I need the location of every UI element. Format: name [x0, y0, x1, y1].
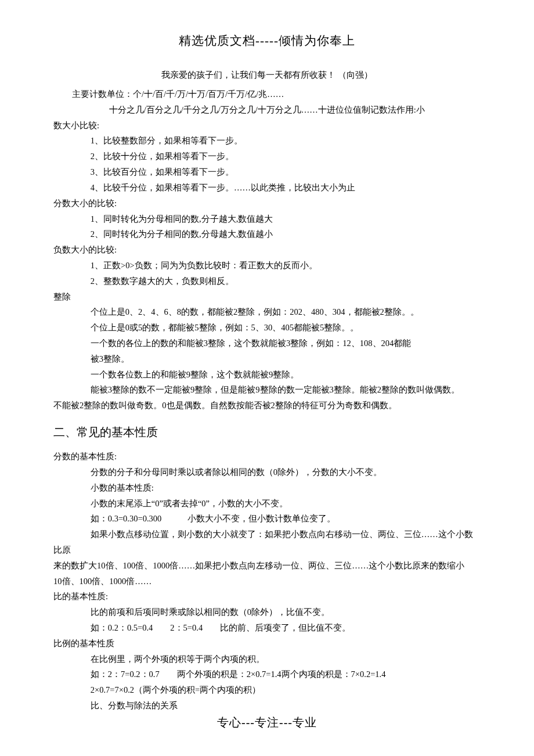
body-line: 2、比较十分位，如果相等看下一步。	[53, 149, 481, 164]
subtitle-text: 我亲爱的孩子们，让我们每一天都有所收获！	[161, 70, 335, 80]
body-line: 小数的末尾添上“0”或者去掉“0”，小数的大小不变。	[53, 496, 481, 512]
body-line: 数大小比较:	[53, 118, 481, 134]
document-footer: 专心---专注---专业	[0, 715, 534, 730]
body-line: 被3整除。	[53, 351, 481, 367]
body-line: 比的基本性质:	[53, 589, 481, 604]
body-line: 分数的分子和分母同时乘以或者除以相同的数（0除外），分数的大小不变。	[53, 465, 481, 480]
body-line: 1、正数>0>负数；同为为负数比较时：看正数大的反而小。	[53, 258, 481, 273]
body-line: 分数的基本性质:	[53, 449, 481, 465]
body-line: 不能被2整除的数叫做奇数。0也是偶数。自然数按能否被2整除的特征可分为奇数和偶数…	[53, 398, 481, 413]
body-line: 负数大小的比较:	[53, 242, 481, 258]
body-line: 2、同时转化为分子相同的数,分母越大,数值越小	[53, 226, 481, 242]
body-line: 在比例里，两个外项的积等于两个内项的积。	[53, 651, 481, 667]
body-line: 10倍、100倍、1000倍……	[53, 574, 481, 589]
document-header: 精选优质文档-----倾情为你奉上	[53, 33, 481, 49]
document-body: 主要计数单位：个/十/百/千/万/十万/百万/千万/亿/兆…… 十分之几/百分之…	[53, 87, 481, 714]
body-line: 如：0.3=0.30=0.300 小数大小不变，但小数计数单位变了。	[53, 511, 481, 527]
body-line: 能被3整除的数不一定能被9整除，但是能被9整除的数一定能被3整除。能被2整除的数…	[53, 382, 481, 398]
body-line: 十分之几/百分之几/千分之几/万分之几/十万分之几……十进位位值制记数法作用:小	[53, 102, 481, 118]
document-subtitle: 我亲爱的孩子们，让我们每一天都有所收获！ （向强）	[53, 70, 481, 81]
body-line: 整除	[53, 289, 481, 305]
body-line: 比的前项和后项同时乘或除以相同的数（0除外），比值不变。	[53, 604, 481, 620]
body-line: 4、比较千分位，如果相等看下一步。……以此类推，比较出大小为止	[53, 180, 481, 196]
author-name: （向强）	[338, 70, 373, 81]
body-line: 分数大小的比较:	[53, 196, 481, 211]
body-line: 2×0.7=7×0.2（两个外项的积=两个内项的积）	[53, 682, 481, 698]
section-heading: 二、常见的基本性质	[53, 422, 481, 443]
body-line: 如果小数点移动位置，则小数的大小就变了：如果把小数点向右移动一位、两位、三位………	[53, 527, 481, 558]
body-line: 主要计数单位：个/十/百/千/万/十万/百万/千万/亿/兆……	[53, 87, 481, 102]
body-line: 比、分数与除法的关系	[53, 698, 481, 714]
body-line: 一个数各位数上的和能被9整除，这个数就能被9整除。	[53, 367, 481, 383]
document-page: 精选优质文档-----倾情为你奉上 我亲爱的孩子们，让我们每一天都有所收获！ （…	[0, 0, 534, 756]
body-line: 一个数的各位上的数的和能被3整除，这个数就能被3整除，例如：12、108、204…	[53, 336, 481, 351]
body-line: 比例的基本性质	[53, 636, 481, 651]
body-line: 如：0.2：0.5=0.4 2：5=0.4 比的前、后项变了，但比值不变。	[53, 620, 481, 636]
body-line: 小数的基本性质:	[53, 480, 481, 496]
body-line: 个位上是0或5的数，都能被5整除，例如：5、30、405都能被5整除。。	[53, 320, 481, 336]
body-line: 2、整数数字越大的大，负数则相反。	[53, 273, 481, 289]
body-line: 1、同时转化为分母相同的数,分子越大,数值越大	[53, 211, 481, 227]
body-line: 来的数扩大10倍、100倍、1000倍……如果把小数点向左移动一位、两位、三位……	[53, 558, 481, 574]
body-line: 个位上是0、2、4、6、8的数，都能被2整除，例如：202、480、304，都能…	[53, 304, 481, 320]
body-line: 3、比较百分位，如果相等看下一步。	[53, 164, 481, 180]
body-line: 如：2：7=0.2：0.7 两个外项的积是：2×0.7=1.4两个内项的积是：7…	[53, 667, 481, 682]
body-line: 1、比较整数部分，如果相等看下一步。	[53, 133, 481, 149]
